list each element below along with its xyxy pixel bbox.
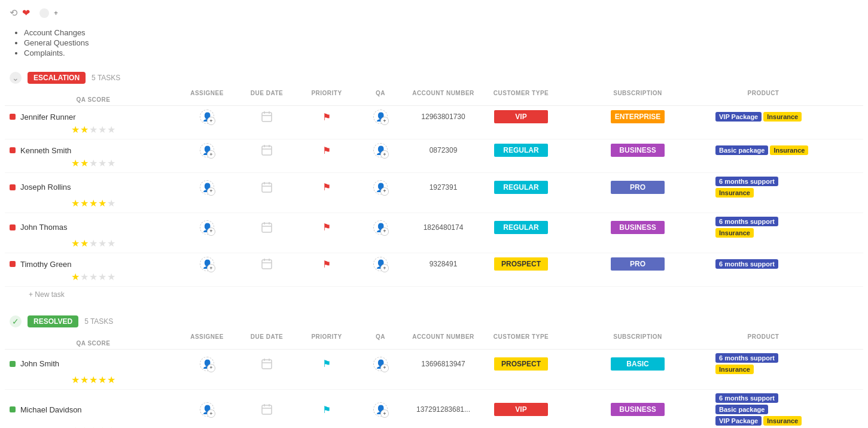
customer-type-cell: REGULAR <box>482 221 560 234</box>
calendar-icon[interactable] <box>261 258 273 270</box>
description-item-2: General Questions <box>24 38 858 47</box>
task-row: Timothy Green 👤 ⚑ 👤 9328491 PROSPECT PRO… <box>5 253 863 287</box>
qa-cell: 👤 <box>357 110 404 124</box>
product-cell: 6 months support <box>715 259 811 269</box>
task-name-text[interactable]: John Thomas <box>20 223 68 232</box>
product-tag: 6 months support <box>715 259 778 269</box>
task-row: John Smith 👤 ⚑ 👤 13696813947 PROSPECT BA… <box>5 350 863 390</box>
customer-type-cell: REGULAR <box>482 144 560 157</box>
section-header-escalation: ⌄ ESCALATION 5 TASKS <box>5 68 863 87</box>
section-header-resolved: ✓ RESOLVED 5 TASKS <box>5 312 863 331</box>
qa-score: ★★★★★ <box>10 124 177 135</box>
description-item-3: Complaints. <box>24 48 858 57</box>
assignee-avatar[interactable]: 👤 <box>373 180 388 195</box>
product-cell: 6 months supportBasic packageVIP Package… <box>715 393 811 426</box>
star-filled: ★ <box>80 198 89 209</box>
table-header-escalation: ASSIGNEE DUE DATE PRIORITY QA ACCOUNT NU… <box>5 87 863 106</box>
section-toggle-escalation[interactable]: ⌄ <box>10 72 22 84</box>
assignee-avatar[interactable]: 👤 <box>200 357 214 371</box>
assignee-avatar[interactable]: 👤 <box>200 402 214 417</box>
task-name-cell: John Smith <box>10 359 177 368</box>
due-date-cell <box>237 221 297 233</box>
due-date-cell <box>237 403 297 415</box>
task-name-text[interactable]: John Smith <box>20 359 59 368</box>
product-tag: Insurance <box>715 188 754 198</box>
info-button[interactable] <box>39 8 49 18</box>
col-qa: QA <box>357 333 404 340</box>
col-customer-type: CUSTOMER TYPE <box>482 333 560 340</box>
subscription-cell: BUSINESS <box>560 144 715 157</box>
customer-type-cell: VIP <box>482 110 560 123</box>
assignee-avatar[interactable]: 👤 <box>373 402 388 417</box>
new-task-button[interactable] <box>54 9 58 17</box>
product-tag: Insurance <box>770 145 808 155</box>
priority-flag-icon: ⚑ <box>322 358 331 369</box>
assignee-avatar[interactable]: 👤 <box>200 143 214 157</box>
star-filled: ★ <box>107 374 115 385</box>
due-date-cell <box>237 144 297 156</box>
svg-rect-16 <box>262 260 272 269</box>
col-due-date: DUE DATE <box>237 90 297 96</box>
assignee-cell: 👤 <box>177 110 237 124</box>
qa-cell: 👤 <box>357 257 404 271</box>
priority-flag-icon: ⚑ <box>322 259 331 270</box>
person-icon: 👤 <box>202 223 212 232</box>
customer-type-badge: PROSPECT <box>494 357 548 371</box>
customer-type-badge: REGULAR <box>494 181 548 194</box>
product-cell: Basic packageInsurance <box>715 145 811 155</box>
col-due-date: DUE DATE <box>237 333 297 340</box>
calendar-icon[interactable] <box>261 403 273 415</box>
col-qa: QA <box>357 90 404 96</box>
account-number-cell: 9328491 <box>404 260 482 268</box>
calendar-icon[interactable] <box>261 144 273 156</box>
qa-score: ★★★★★ <box>10 374 177 385</box>
calendar-icon[interactable] <box>261 358 273 370</box>
task-name-text[interactable]: Kenneth Smith <box>20 146 71 155</box>
task-name-text[interactable]: Jennifer Runner <box>20 113 76 122</box>
assignee-avatar[interactable]: 👤 <box>373 110 388 124</box>
star-filled: ★ <box>71 124 80 135</box>
calendar-icon[interactable] <box>261 111 273 123</box>
subscription-badge: BUSINESS <box>611 221 665 234</box>
assignee-avatar[interactable]: 👤 <box>200 220 214 235</box>
assignee-avatar[interactable]: 👤 <box>373 357 388 371</box>
new-task-row[interactable]: + New task <box>5 287 863 302</box>
person-icon: 👤 <box>202 359 212 369</box>
task-name-text[interactable]: Timothy Green <box>20 260 72 269</box>
col-account: ACCOUNT NUMBER <box>404 90 482 96</box>
assignee-avatar[interactable]: 👤 <box>373 220 388 235</box>
product-tag: VIP Package <box>715 112 762 122</box>
person-icon: 👤 <box>202 259 212 269</box>
star-filled: ★ <box>89 374 98 385</box>
task-name-text[interactable]: Joseph Rollins <box>20 183 71 192</box>
account-number-cell: 0872309 <box>404 146 482 154</box>
task-status-dot <box>10 184 16 190</box>
priority-cell: ⚑ <box>297 358 357 369</box>
assignee-cell: 👤 <box>177 220 237 235</box>
assignee-avatar[interactable]: 👤 <box>200 257 214 271</box>
assignee-avatar[interactable]: 👤 <box>373 143 388 157</box>
person-icon: 👤 <box>376 223 386 232</box>
back-button[interactable]: ⟲ <box>10 7 17 19</box>
assignee-avatar[interactable]: 👤 <box>200 180 214 195</box>
assignee-avatar[interactable]: 👤 <box>373 257 388 271</box>
section-toggle-resolved[interactable]: ✓ <box>10 315 22 327</box>
qa-cell: 👤 <box>357 143 404 157</box>
qa-cell: 👤 <box>357 357 404 371</box>
qa-score: ★★★★★ <box>10 198 177 209</box>
section-count-resolved: 5 TASKS <box>84 317 113 326</box>
calendar-icon[interactable] <box>261 221 273 233</box>
product-cell: 6 months supportInsurance <box>715 177 811 198</box>
due-date-cell <box>237 111 297 123</box>
subscription-cell: PRO <box>560 257 715 271</box>
product-tag: VIP Package <box>715 416 762 426</box>
calendar-icon[interactable] <box>261 181 273 193</box>
product-cell: 6 months supportInsurance <box>715 217 811 238</box>
assignee-avatar[interactable]: 👤 <box>200 110 214 124</box>
col-subscription: SUBSCRIPTION <box>560 333 715 340</box>
star-empty: ★ <box>89 157 98 169</box>
description-block: Account Changes General Questions Compla… <box>0 21 868 68</box>
description-item-1: Account Changes <box>24 28 858 37</box>
task-row: John Thomas 👤 ⚑ 👤 1826480174 REGULAR BUS… <box>5 213 863 253</box>
task-name-text[interactable]: Michael Davidson <box>20 405 82 414</box>
